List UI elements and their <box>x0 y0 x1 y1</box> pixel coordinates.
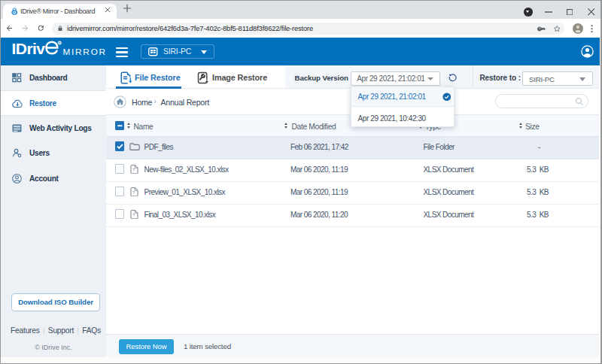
svg-text:?: ? <box>132 190 135 195</box>
svg-text:?: ? <box>132 168 135 172</box>
svg-text:?: ? <box>132 213 135 217</box>
